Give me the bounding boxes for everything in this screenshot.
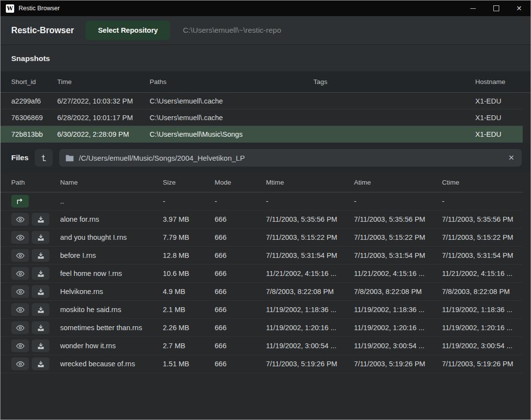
download-file-button[interactable] [32, 231, 49, 244]
file-mode: 666 [215, 324, 266, 332]
snapshot-row[interactable]: 763068696/28/2022, 10:01:17 PMC:\Users\e… [0, 109, 523, 126]
close-icon: ✕ [516, 5, 522, 12]
snapshot-row[interactable]: a2299af66/27/2022, 10:03:32 PMC:\Users\e… [0, 93, 523, 109]
snapshot-time: 6/28/2022, 10:01:17 PM [57, 114, 150, 122]
download-icon [37, 270, 44, 277]
snapshot-short-id: a2299af6 [11, 97, 57, 105]
snapshot-row[interactable]: 72b813bb6/30/2022, 2:28:09 PMC:\Users\em… [0, 126, 523, 143]
select-repository-button[interactable]: Select Repository [86, 21, 170, 40]
download-icon [37, 234, 44, 241]
view-file-button[interactable] [11, 357, 29, 370]
snapshots-table-header: Short_id Time Paths Tags Hostname [0, 71, 531, 93]
view-file-button[interactable] [11, 303, 29, 316]
file-ctime: 11/21/2002, 4:15:16 ... [442, 270, 523, 277]
snapshot-paths: C:\Users\emuell\.cache [150, 97, 313, 105]
path-input[interactable] [79, 154, 502, 162]
download-icon [37, 216, 44, 223]
app-title: Restic-Browser [11, 25, 74, 36]
view-file-button[interactable] [11, 321, 29, 334]
file-row: Helvikone.rns4.9 MB6667/8/2003, 8:22:08 … [0, 283, 523, 301]
snapshot-short-id: 76306869 [11, 114, 57, 122]
file-row-actions [11, 285, 60, 298]
file-atime: 7/11/2003, 5:15:22 PM [354, 233, 442, 241]
file-atime: 11/21/2002, 4:15:16 ... [354, 270, 442, 277]
file-ctime: 7/8/2003, 8:22:08 PM [442, 288, 523, 295]
download-file-button[interactable] [32, 249, 49, 262]
download-file-button[interactable] [32, 267, 49, 280]
file-size: 3.97 MB [163, 215, 215, 223]
close-button[interactable]: ✕ [508, 0, 531, 16]
view-file-button[interactable] [11, 285, 29, 298]
clear-path-button[interactable]: ✕ [507, 153, 515, 162]
files-table-header: Path Name Size Mode Mtime Atime Ctime [0, 173, 523, 192]
snapshots-section-header: Snapshots [0, 45, 531, 71]
minimize-button[interactable] [462, 0, 485, 16]
eye-icon [16, 252, 24, 259]
download-icon [37, 252, 44, 259]
file-mtime: - [266, 197, 354, 205]
file-ctime: 7/11/2003, 5:35:56 PM [442, 215, 523, 223]
maximize-button[interactable] [485, 0, 508, 16]
file-mtime: 7/11/2003, 5:35:56 PM [266, 215, 354, 223]
view-file-button[interactable] [11, 267, 29, 280]
files-table-body: ..-----alone for.rns3.97 MB6667/11/2003,… [0, 192, 523, 373]
file-row: and you thought I.rns7.79 MB6667/11/2003… [0, 229, 523, 247]
download-file-button[interactable] [32, 321, 49, 334]
file-mtime: 7/11/2003, 5:15:22 PM [266, 233, 354, 241]
file-size: 12.8 MB [163, 252, 215, 259]
file-atime: 7/11/2003, 5:35:56 PM [354, 215, 442, 223]
app-header: Restic-Browser Select Repository C:\User… [0, 16, 531, 45]
file-atime: 7/11/2003, 5:31:54 PM [354, 252, 442, 259]
files-column-path: Path [11, 179, 60, 186]
file-atime: 11/19/2002, 1:18:36 ... [354, 306, 442, 314]
file-row: ..----- [0, 192, 523, 210]
eye-icon [16, 289, 24, 295]
snapshot-time: 6/30/2022, 2:28:09 PM [57, 130, 150, 138]
download-file-button[interactable] [32, 213, 49, 226]
toggle-tree-view-button[interactable] [35, 149, 53, 167]
file-ctime: 11/19/2002, 1:18:36 ... [442, 306, 523, 314]
file-size: 2.26 MB [163, 324, 215, 332]
snapshots-column-hostname: Hostname [475, 78, 523, 85]
download-file-button[interactable] [32, 339, 49, 352]
file-name: sometimes better than.rns [60, 324, 163, 332]
download-icon [37, 360, 44, 368]
download-icon [37, 342, 44, 350]
view-file-button[interactable] [11, 213, 29, 226]
eye-icon [16, 234, 24, 241]
current-path-bar[interactable]: ✕ [59, 149, 522, 167]
view-file-button[interactable] [11, 249, 29, 262]
file-mtime: 7/8/2003, 8:22:08 PM [266, 288, 354, 295]
file-atime: 11/19/2002, 3:00:54 ... [354, 342, 442, 350]
eye-icon [16, 325, 24, 331]
download-file-button[interactable] [32, 285, 49, 298]
file-size: 10.6 MB [163, 270, 215, 277]
file-atime: - [354, 197, 442, 205]
file-mode: 666 [215, 342, 266, 350]
tree-view-icon [40, 154, 48, 162]
file-mtime: 11/19/2002, 3:00:54 ... [266, 342, 354, 350]
file-mode: 666 [215, 306, 266, 314]
file-name: wrecked because of.rns [60, 360, 163, 368]
parent-directory-button[interactable] [11, 195, 29, 208]
file-mode: 666 [215, 270, 266, 277]
folder-icon [66, 154, 74, 162]
app-icon: W [6, 4, 14, 13]
file-mtime: 7/11/2003, 5:19:26 PM [266, 360, 354, 368]
file-size: 4.9 MB [163, 288, 215, 295]
download-icon [37, 306, 44, 314]
file-ctime: - [442, 197, 523, 205]
file-mtime: 7/11/2003, 5:31:54 PM [266, 252, 354, 259]
file-row: feel home now !.rns10.6 MB66611/21/2002,… [0, 265, 523, 283]
files-column-mode: Mode [215, 179, 266, 186]
view-file-button[interactable] [11, 339, 29, 352]
view-file-button[interactable] [11, 231, 29, 244]
download-file-button[interactable] [32, 357, 49, 370]
files-title: Files [11, 153, 28, 162]
eye-icon [16, 343, 24, 349]
file-name: and you thought I.rns [60, 233, 163, 241]
file-size: 2.1 MB [163, 306, 215, 314]
download-file-button[interactable] [32, 303, 49, 316]
file-mode: 666 [215, 252, 266, 259]
file-row: alone for.rns3.97 MB6667/11/2003, 5:35:5… [0, 210, 523, 229]
